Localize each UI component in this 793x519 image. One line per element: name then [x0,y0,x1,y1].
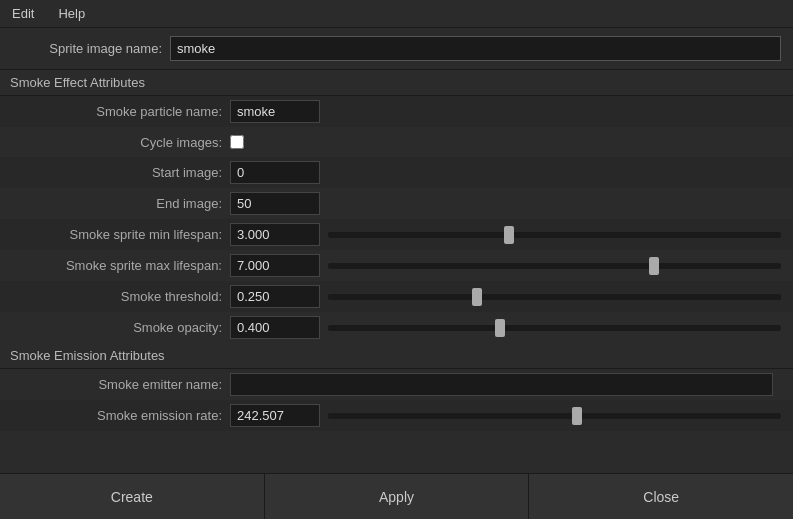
attr-row-smoke-particle-name: Smoke particle name: [0,96,793,127]
attr-input-max-lifespan[interactable] [230,254,320,277]
attr-row-threshold: Smoke threshold: [0,281,793,312]
attr-label-opacity: Smoke opacity: [12,320,222,335]
attr-input-opacity[interactable] [230,316,320,339]
smoke-emission-section-header: Smoke Emission Attributes [0,343,793,369]
slider-min-lifespan[interactable] [328,225,781,245]
slider-thumb-max-lifespan[interactable] [649,257,659,275]
attr-input-emission-rate[interactable] [230,404,320,427]
button-bar: Create Apply Close [0,473,793,519]
attr-label-emission-rate: Smoke emission rate: [12,408,222,423]
apply-button[interactable]: Apply [265,474,530,519]
sprite-image-label: Sprite image name: [12,41,162,56]
close-button[interactable]: Close [529,474,793,519]
attr-label-cycle-images: Cycle images: [12,135,222,150]
attr-label-min-lifespan: Smoke sprite min lifespan: [12,227,222,242]
sprite-image-row: Sprite image name: [0,28,793,70]
slider-thumb-emission-rate[interactable] [572,407,582,425]
attr-row-min-lifespan: Smoke sprite min lifespan: [0,219,793,250]
slider-thumb-threshold[interactable] [472,288,482,306]
create-button[interactable]: Create [0,474,265,519]
attr-input-emitter-name[interactable] [230,373,773,396]
slider-max-lifespan[interactable] [328,256,781,276]
attr-row-max-lifespan: Smoke sprite max lifespan: [0,250,793,281]
attr-input-threshold[interactable] [230,285,320,308]
slider-opacity[interactable] [328,318,781,338]
sprite-image-input[interactable] [170,36,781,61]
attr-input-smoke-particle-name[interactable] [230,100,320,123]
attr-row-start-image: Start image: [0,157,793,188]
smoke-effect-section-header: Smoke Effect Attributes [0,70,793,96]
menu-bar: Edit Help [0,0,793,28]
slider-thumb-min-lifespan[interactable] [504,226,514,244]
attr-input-min-lifespan[interactable] [230,223,320,246]
attr-label-smoke-particle-name: Smoke particle name: [12,104,222,119]
attr-row-opacity: Smoke opacity: [0,312,793,343]
attr-row-emission-rate: Smoke emission rate: [0,400,793,431]
menu-edit[interactable]: Edit [8,4,38,23]
attr-label-max-lifespan: Smoke sprite max lifespan: [12,258,222,273]
attr-row-cycle-images: Cycle images: [0,127,793,157]
menu-help[interactable]: Help [54,4,89,23]
attr-label-threshold: Smoke threshold: [12,289,222,304]
attr-row-end-image: End image: [0,188,793,219]
attr-input-end-image[interactable] [230,192,320,215]
slider-thumb-opacity[interactable] [495,319,505,337]
attr-label-start-image: Start image: [12,165,222,180]
attr-label-end-image: End image: [12,196,222,211]
attr-checkbox-cycle-images[interactable] [230,135,244,149]
slider-emission-rate[interactable] [328,406,781,426]
slider-threshold[interactable] [328,287,781,307]
attr-input-start-image[interactable] [230,161,320,184]
attr-row-emitter-name: Smoke emitter name: [0,369,793,400]
attr-label-emitter-name: Smoke emitter name: [12,377,222,392]
